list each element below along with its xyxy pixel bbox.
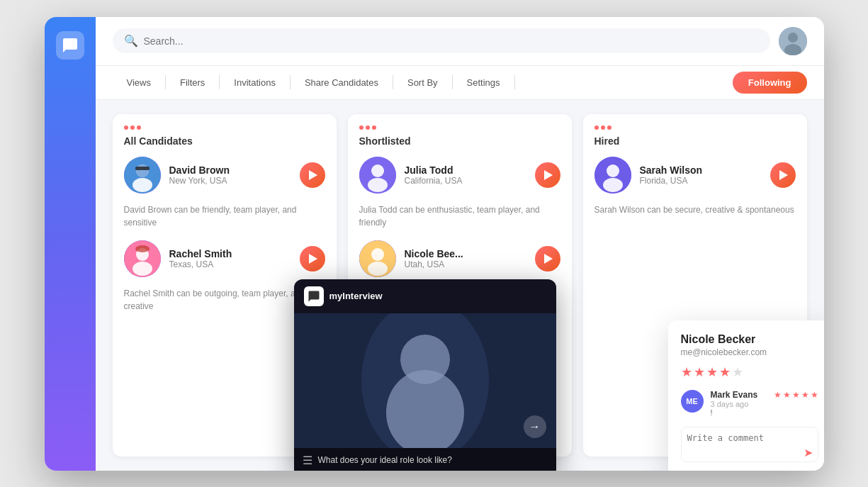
header: 🔍 [96, 17, 824, 66]
avatar-nicole [359, 240, 396, 277]
comment-input[interactable] [681, 427, 818, 462]
reviewer-avatar: ME [681, 390, 704, 413]
avatar-image [779, 27, 807, 55]
main-content: 🔍 Views Filters Invitations S [96, 17, 824, 471]
video-next-button[interactable]: → [524, 415, 546, 438]
dot-5 [366, 125, 370, 130]
toolbar-settings[interactable]: Settings [453, 66, 514, 99]
rev-star-2: ★ [783, 390, 791, 400]
info-julia: Julia Todd California, USA [405, 164, 526, 186]
app-window: 🔍 Views Filters Invitations S [45, 17, 824, 471]
name-sarah: Sarah Wilson [640, 164, 762, 176]
send-icon[interactable]: ➤ [804, 446, 813, 459]
dot-9 [607, 125, 611, 130]
reviewer-comment: ! [711, 408, 818, 417]
toolbar-sort[interactable]: Sort By [393, 66, 452, 99]
svg-point-20 [603, 178, 623, 192]
content-area: All Candidates [96, 100, 824, 471]
search-icon: 🔍 [124, 34, 138, 47]
play-sarah[interactable] [770, 162, 796, 188]
name-nicole-card: Nicole Bee... [405, 248, 526, 259]
dot-2 [130, 125, 135, 130]
svg-point-1 [788, 33, 798, 43]
svg-point-10 [133, 262, 152, 276]
avatar-david [124, 157, 161, 194]
logo-icon [62, 37, 79, 54]
name-david: David Brown [169, 164, 291, 176]
bio-sarah: Sarah Wilson can be secure, creative & s… [594, 203, 796, 216]
svg-point-19 [607, 164, 619, 177]
location-nicole: Utah, USA [405, 259, 526, 269]
svg-point-6 [136, 164, 149, 177]
bio-julia: Julia Todd can be enthusiastic, team pla… [359, 203, 560, 229]
avatar-julia [359, 157, 396, 194]
play-nicole[interactable] [535, 246, 560, 272]
info-nicole: Nicole Bee... Utah, USA [405, 248, 526, 269]
col-dots-2 [359, 125, 560, 130]
rev-star-3: ★ [792, 390, 800, 400]
video-body[interactable]: → [294, 313, 556, 448]
candidate-card-david: David Brown New York, USA [124, 157, 325, 194]
name-julia: Julia Todd [405, 164, 526, 176]
toolbar-invitations[interactable]: Invitations [220, 66, 290, 99]
star-5: ★ [732, 364, 743, 380]
play-julia[interactable] [535, 162, 560, 188]
dot-7 [594, 125, 599, 130]
side-panel: Nicole Becker me@nicolebecker.com ★ ★ ★ … [668, 320, 824, 471]
toolbar-filters[interactable]: Filters [166, 66, 219, 99]
bio-david: David Brown can be friendly, team player… [124, 203, 325, 229]
toolbar-share[interactable]: Share Candidates [291, 66, 393, 99]
svg-point-17 [368, 262, 388, 276]
video-logo [304, 286, 324, 306]
reviewer-stars: ★ ★ ★ ★ ★ [774, 390, 818, 400]
info-rachel: Rachel Smith Texas, USA [169, 248, 291, 269]
reviewer-info: Mark Evans ★ ★ ★ ★ ★ 3 days ago ! [711, 390, 818, 417]
dot-8 [601, 125, 605, 130]
location-rachel: Texas, USA [169, 259, 291, 269]
rev-star-4: ★ [801, 390, 809, 400]
comment-area: ➤ [681, 427, 818, 465]
location-julia: California, USA [405, 176, 526, 186]
sidebar [45, 17, 96, 471]
svg-point-13 [371, 164, 384, 177]
info-david: David Brown New York, USA [169, 164, 291, 186]
reviewer-row: ME Mark Evans ★ ★ ★ ★ ★ 3 d [681, 390, 818, 417]
star-2: ★ [694, 364, 705, 380]
dot-4 [359, 125, 363, 130]
candidate-card-sarah: Sarah Wilson Florida, USA [594, 157, 796, 194]
star-3: ★ [706, 364, 718, 380]
avatar-sarah [594, 157, 631, 194]
reviewer-time: 3 days ago [711, 400, 818, 408]
col-title-all: All Candidates [124, 135, 325, 147]
name-rachel: Rachel Smith [169, 248, 291, 259]
rev-star-5: ★ [811, 390, 818, 400]
col-title-hired: Hired [594, 135, 796, 147]
play-rachel[interactable] [300, 246, 325, 272]
toolbar-views[interactable]: Views [113, 66, 165, 99]
search-input[interactable] [144, 35, 759, 47]
dot-3 [137, 125, 141, 130]
col-dots-3 [594, 125, 796, 130]
candidate-card-nicole: Nicole Bee... Utah, USA [359, 240, 560, 277]
video-header: myInterview [294, 279, 556, 313]
candidate-card-julia: Julia Todd California, USA [359, 157, 560, 194]
video-question-text: What does your ideal role look like? [318, 455, 452, 465]
location-david: New York, USA [169, 176, 291, 186]
side-panel-rating: ★ ★ ★ ★ ★ [681, 364, 818, 380]
svg-point-11 [135, 245, 150, 252]
rev-star-1: ★ [774, 390, 782, 400]
header-avatar[interactable] [779, 27, 807, 55]
col-dots-1 [124, 125, 325, 130]
play-david[interactable] [300, 162, 325, 188]
avatar-rachel [124, 240, 161, 277]
separator-6 [514, 75, 515, 89]
candidate-card-rachel: Rachel Smith Texas, USA [124, 240, 325, 277]
side-panel-name: Nicole Becker [681, 333, 818, 346]
dot-1 [124, 125, 128, 130]
location-sarah: Florida, USA [640, 176, 762, 186]
video-footer: ☰ What does your ideal role look like? [294, 448, 556, 471]
video-brand-text: myInterview [329, 291, 383, 301]
following-button[interactable]: Following [733, 72, 807, 94]
sidebar-logo[interactable] [56, 31, 84, 60]
video-question-icon: ☰ [303, 454, 312, 467]
